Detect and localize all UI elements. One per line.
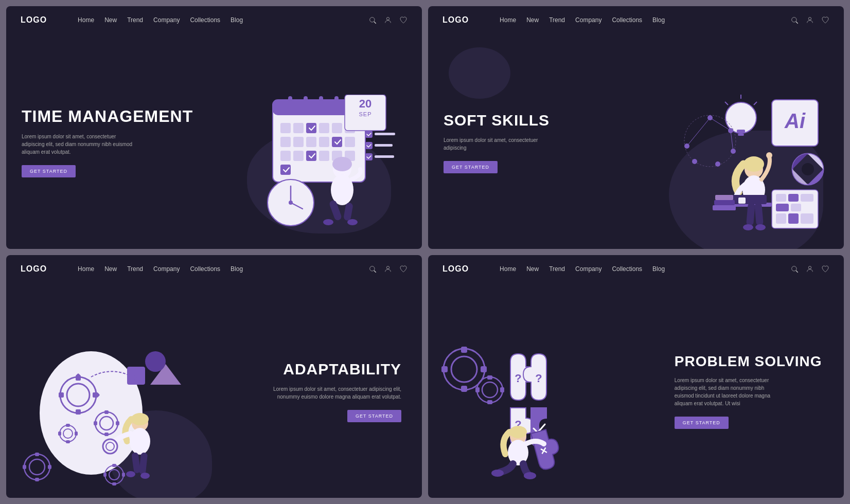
card-desc-4: Lorem ipsum dolor sit amet, consectetuer…: [675, 376, 777, 407]
nav-collections-2[interactable]: Collections: [612, 16, 642, 24]
card-content-4: ? ? ? ✕: [428, 285, 844, 498]
nav-bar-3: LOGO Home New Trend Company Collections …: [6, 255, 422, 283]
nav-collections-4[interactable]: Collections: [612, 265, 642, 273]
problem-solving-illustration: ? ? ? ✕: [438, 333, 634, 488]
cta-button-2[interactable]: GET STARTED: [444, 161, 498, 173]
svg-rect-15: [280, 137, 291, 147]
nav-trend-3[interactable]: Trend: [127, 265, 143, 273]
nav-bar-2: LOGO Home New Trend Company Collections …: [428, 6, 844, 34]
search-icon-2[interactable]: [790, 16, 799, 24]
svg-rect-66: [738, 134, 744, 136]
nav-collections-1[interactable]: Collections: [190, 16, 220, 24]
logo-3: LOGO: [21, 264, 47, 274]
user-icon-2[interactable]: [806, 16, 814, 24]
svg-rect-9: [280, 123, 291, 133]
user-icon-3[interactable]: [384, 265, 392, 273]
svg-point-2: [386, 17, 389, 20]
nav-links-2: Home New Trend Company Collections Blog: [500, 16, 790, 24]
svg-rect-111: [104, 433, 109, 436]
nav-collections-3[interactable]: Collections: [190, 265, 220, 273]
nav-company-3[interactable]: Company: [153, 265, 180, 273]
svg-point-120: [145, 351, 166, 372]
svg-point-0: [370, 17, 375, 22]
card-adaptability: LOGO Home New Trend Company Collections …: [6, 255, 422, 498]
soft-skills-illustration: Ai: [659, 89, 834, 239]
nav-company-2[interactable]: Company: [575, 16, 601, 24]
nav-new-2[interactable]: New: [526, 16, 539, 24]
card-content-3: ADAPTABILITY Lorem ipsum dolor sit amet,…: [6, 285, 422, 498]
nav-blog-4[interactable]: Blog: [652, 265, 665, 273]
svg-rect-58: [801, 194, 813, 202]
svg-rect-150: [461, 347, 467, 353]
nav-blog-1[interactable]: Blog: [231, 16, 243, 24]
nav-trend-1[interactable]: Trend: [127, 16, 143, 24]
svg-rect-151: [461, 386, 467, 392]
svg-rect-22: [293, 151, 304, 161]
svg-rect-110: [104, 410, 109, 414]
nav-home-1[interactable]: Home: [78, 16, 94, 24]
svg-line-69: [725, 102, 728, 105]
text-section-1: TIME MANAGEMENT Lorem ipsum dolor sit am…: [22, 107, 197, 177]
nav-blog-3[interactable]: Blog: [231, 265, 243, 273]
nav-blog-2[interactable]: Blog: [652, 16, 665, 24]
nav-company-1[interactable]: Company: [153, 16, 180, 24]
svg-point-47: [347, 219, 358, 225]
svg-point-135: [130, 428, 150, 455]
nav-icons-2: [790, 16, 829, 24]
heart-icon-2[interactable]: [821, 16, 829, 24]
svg-point-145: [808, 266, 811, 269]
nav-trend-2[interactable]: Trend: [549, 16, 565, 24]
nav-new-4[interactable]: New: [526, 265, 539, 273]
nav-new-1[interactable]: New: [104, 16, 117, 24]
nav-company-4[interactable]: Company: [575, 265, 601, 273]
nav-home-3[interactable]: Home: [78, 265, 94, 273]
illustration-4: ? ? ? ✕: [444, 295, 675, 488]
svg-rect-93: [715, 195, 733, 200]
user-icon-4[interactable]: [806, 265, 814, 273]
svg-line-49: [796, 22, 798, 24]
nav-trend-4[interactable]: Trend: [549, 265, 565, 273]
svg-rect-63: [801, 213, 813, 224]
nav-icons-3: [368, 265, 408, 273]
svg-text:Ai: Ai: [784, 110, 806, 132]
svg-rect-56: [776, 194, 786, 202]
svg-rect-62: [788, 213, 799, 224]
svg-rect-34: [375, 144, 393, 147]
svg-point-141: [140, 473, 150, 479]
heart-icon-4[interactable]: [821, 265, 829, 273]
svg-rect-21: [280, 151, 291, 161]
user-icon-1[interactable]: [384, 16, 392, 24]
svg-point-90: [755, 224, 766, 230]
svg-point-143: [792, 266, 796, 271]
cta-button-4[interactable]: GET STARTED: [675, 417, 729, 429]
text-section-4: PROBLEM SOLVING Lorem ipsum dolor sit am…: [675, 354, 828, 429]
svg-point-54: [802, 163, 814, 175]
card-title-1: TIME MANAGEMENT: [22, 107, 197, 125]
search-icon-4[interactable]: [790, 265, 799, 273]
svg-rect-61: [776, 213, 786, 224]
svg-point-75: [692, 159, 697, 164]
search-icon-1[interactable]: [368, 16, 377, 24]
svg-rect-149: [481, 366, 487, 372]
svg-point-50: [808, 17, 811, 20]
cta-button-1[interactable]: GET STARTED: [22, 165, 76, 177]
nav-links-4: Home New Trend Company Collections Blog: [500, 265, 790, 273]
nav-icons-4: [790, 265, 829, 273]
svg-point-46: [323, 219, 333, 225]
nav-home-2[interactable]: Home: [500, 16, 516, 24]
text-section-3: ADAPTABILITY Lorem ipsum dolor sit amet,…: [255, 361, 406, 422]
svg-rect-17: [306, 137, 316, 147]
card-title-4: PROBLEM SOLVING: [675, 354, 828, 370]
card-time-management: LOGO Home New Trend Company Collections …: [6, 6, 422, 249]
svg-rect-10: [293, 123, 304, 133]
heart-icon-3[interactable]: [399, 265, 408, 273]
heart-icon-1[interactable]: [399, 16, 408, 24]
svg-rect-126: [35, 478, 39, 481]
nav-home-4[interactable]: Home: [500, 265, 516, 273]
nav-new-3[interactable]: New: [104, 265, 117, 273]
nav-bar-1: LOGO Home New Trend Company Collections …: [6, 6, 422, 34]
search-icon-3[interactable]: [368, 265, 377, 273]
svg-point-152: [477, 377, 503, 403]
cta-button-3[interactable]: GET STARTED: [347, 410, 401, 422]
svg-point-166: [524, 472, 536, 479]
